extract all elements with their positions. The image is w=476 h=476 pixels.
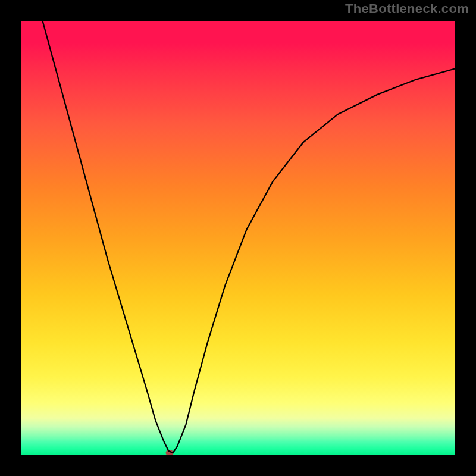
plot-area (21, 21, 455, 455)
chart-root: TheBottleneck.com (0, 0, 476, 476)
curve-svg (21, 21, 455, 455)
bottleneck-curve (43, 21, 456, 453)
watermark-text: TheBottleneck.com (345, 1, 469, 17)
